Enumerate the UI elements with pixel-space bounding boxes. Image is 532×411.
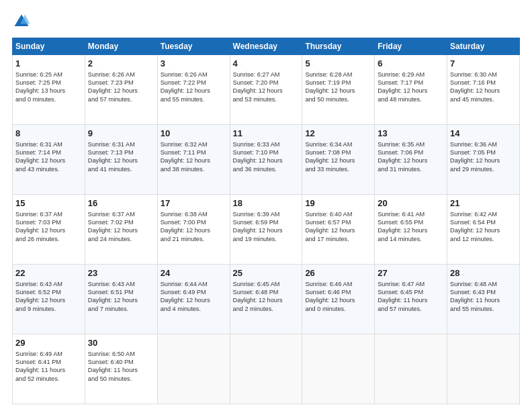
day-info: Sunrise: 6:37 AM Sunset: 7:03 PM Dayligh…	[15, 210, 82, 244]
day-info: Sunrise: 6:37 AM Sunset: 7:02 PM Dayligh…	[88, 210, 154, 244]
day-info: Sunrise: 6:42 AM Sunset: 6:54 PM Dayligh…	[450, 210, 517, 244]
calendar-week-2: 8Sunrise: 6:31 AM Sunset: 7:14 PM Daylig…	[13, 125, 520, 195]
calendar-cell: 26Sunrise: 6:46 AM Sunset: 6:46 PM Dayli…	[302, 265, 375, 334]
calendar-cell: 3Sunrise: 6:26 AM Sunset: 7:22 PM Daylig…	[157, 55, 230, 125]
day-number: 24	[161, 267, 227, 279]
calendar-cell	[157, 334, 230, 404]
calendar-week-3: 15Sunrise: 6:37 AM Sunset: 7:03 PM Dayli…	[13, 195, 520, 265]
calendar-cell: 27Sunrise: 6:47 AM Sunset: 6:45 PM Dayli…	[375, 265, 447, 334]
calendar-cell: 20Sunrise: 6:41 AM Sunset: 6:55 PM Dayli…	[375, 195, 447, 265]
day-info: Sunrise: 6:31 AM Sunset: 7:14 PM Dayligh…	[15, 140, 82, 174]
calendar-cell	[375, 334, 447, 404]
day-number: 28	[450, 267, 517, 279]
calendar-cell: 21Sunrise: 6:42 AM Sunset: 6:54 PM Dayli…	[447, 195, 520, 265]
calendar-cell: 24Sunrise: 6:44 AM Sunset: 6:49 PM Dayli…	[157, 265, 230, 334]
day-info: Sunrise: 6:30 AM Sunset: 7:16 PM Dayligh…	[450, 71, 517, 104]
day-info: Sunrise: 6:35 AM Sunset: 7:06 PM Dayligh…	[378, 140, 444, 174]
day-number: 25	[233, 267, 300, 279]
calendar-cell: 11Sunrise: 6:33 AM Sunset: 7:10 PM Dayli…	[230, 125, 302, 195]
calendar-cell: 18Sunrise: 6:39 AM Sunset: 6:59 PM Dayli…	[230, 195, 302, 265]
calendar-cell: 2Sunrise: 6:26 AM Sunset: 7:23 PM Daylig…	[85, 55, 157, 125]
calendar-table: SundayMondayTuesdayWednesdayThursdayFrid…	[12, 38, 520, 404]
calendar-cell: 14Sunrise: 6:36 AM Sunset: 7:05 PM Dayli…	[447, 125, 520, 195]
day-number: 11	[233, 128, 300, 140]
day-number: 29	[15, 337, 82, 349]
day-number: 2	[88, 58, 154, 70]
day-number: 5	[305, 58, 371, 70]
day-number: 26	[305, 267, 371, 279]
day-info: Sunrise: 6:25 AM Sunset: 7:25 PM Dayligh…	[15, 71, 82, 104]
calendar-cell: 15Sunrise: 6:37 AM Sunset: 7:03 PM Dayli…	[13, 195, 85, 265]
col-header-wednesday: Wednesday	[230, 38, 302, 55]
day-info: Sunrise: 6:40 AM Sunset: 6:57 PM Dayligh…	[305, 210, 371, 244]
day-number: 18	[233, 197, 300, 210]
calendar-week-1: 1Sunrise: 6:25 AM Sunset: 7:25 PM Daylig…	[13, 55, 520, 125]
logo-icon	[12, 12, 31, 31]
day-info: Sunrise: 6:41 AM Sunset: 6:55 PM Dayligh…	[378, 210, 444, 244]
day-info: Sunrise: 6:50 AM Sunset: 6:40 PM Dayligh…	[88, 350, 154, 383]
day-info: Sunrise: 6:26 AM Sunset: 7:23 PM Dayligh…	[88, 71, 154, 104]
calendar-cell: 5Sunrise: 6:28 AM Sunset: 7:19 PM Daylig…	[302, 55, 375, 125]
col-header-thursday: Thursday	[302, 38, 375, 55]
header	[12, 12, 520, 31]
day-info: Sunrise: 6:43 AM Sunset: 6:52 PM Dayligh…	[15, 280, 82, 314]
calendar-cell	[230, 334, 302, 404]
day-info: Sunrise: 6:47 AM Sunset: 6:45 PM Dayligh…	[378, 280, 444, 314]
day-number: 13	[378, 128, 444, 140]
day-number: 14	[450, 128, 517, 140]
day-info: Sunrise: 6:43 AM Sunset: 6:51 PM Dayligh…	[88, 280, 154, 314]
calendar-cell: 6Sunrise: 6:29 AM Sunset: 7:17 PM Daylig…	[375, 55, 447, 125]
calendar-cell: 13Sunrise: 6:35 AM Sunset: 7:06 PM Dayli…	[375, 125, 447, 195]
day-number: 4	[233, 58, 300, 70]
col-header-tuesday: Tuesday	[157, 38, 230, 55]
day-info: Sunrise: 6:31 AM Sunset: 7:13 PM Dayligh…	[88, 140, 154, 174]
day-number: 30	[88, 337, 154, 349]
calendar-week-4: 22Sunrise: 6:43 AM Sunset: 6:52 PM Dayli…	[13, 265, 520, 334]
day-info: Sunrise: 6:48 AM Sunset: 6:43 PM Dayligh…	[450, 280, 517, 314]
calendar-cell: 12Sunrise: 6:34 AM Sunset: 7:08 PM Dayli…	[302, 125, 375, 195]
day-info: Sunrise: 6:29 AM Sunset: 7:17 PM Dayligh…	[378, 71, 444, 104]
calendar-cell: 23Sunrise: 6:43 AM Sunset: 6:51 PM Dayli…	[85, 265, 157, 334]
day-info: Sunrise: 6:45 AM Sunset: 6:48 PM Dayligh…	[233, 280, 300, 314]
day-info: Sunrise: 6:49 AM Sunset: 6:41 PM Dayligh…	[15, 350, 82, 383]
day-info: Sunrise: 6:44 AM Sunset: 6:49 PM Dayligh…	[161, 280, 227, 314]
day-number: 16	[88, 197, 154, 210]
day-number: 19	[305, 197, 371, 210]
calendar-cell: 25Sunrise: 6:45 AM Sunset: 6:48 PM Dayli…	[230, 265, 302, 334]
calendar-week-5: 29Sunrise: 6:49 AM Sunset: 6:41 PM Dayli…	[13, 334, 520, 404]
calendar-cell: 29Sunrise: 6:49 AM Sunset: 6:41 PM Dayli…	[13, 334, 85, 404]
day-info: Sunrise: 6:28 AM Sunset: 7:19 PM Dayligh…	[305, 71, 371, 104]
page: SundayMondayTuesdayWednesdayThursdayFrid…	[0, 0, 532, 411]
calendar-cell: 9Sunrise: 6:31 AM Sunset: 7:13 PM Daylig…	[85, 125, 157, 195]
day-number: 23	[88, 267, 154, 279]
day-info: Sunrise: 6:32 AM Sunset: 7:11 PM Dayligh…	[161, 140, 227, 174]
day-number: 27	[378, 267, 444, 279]
day-number: 6	[378, 58, 444, 70]
day-number: 9	[88, 128, 154, 140]
day-info: Sunrise: 6:27 AM Sunset: 7:20 PM Dayligh…	[233, 71, 300, 104]
day-info: Sunrise: 6:46 AM Sunset: 6:46 PM Dayligh…	[305, 280, 371, 314]
day-number: 17	[161, 197, 227, 210]
calendar-cell: 28Sunrise: 6:48 AM Sunset: 6:43 PM Dayli…	[447, 265, 520, 334]
day-number: 12	[305, 128, 371, 140]
day-number: 21	[450, 197, 517, 210]
day-number: 20	[378, 197, 444, 210]
day-info: Sunrise: 6:38 AM Sunset: 7:00 PM Dayligh…	[161, 210, 227, 244]
col-header-friday: Friday	[375, 38, 447, 55]
calendar-cell: 30Sunrise: 6:50 AM Sunset: 6:40 PM Dayli…	[85, 334, 157, 404]
calendar-cell	[302, 334, 375, 404]
calendar-cell	[447, 334, 520, 404]
day-number: 15	[15, 197, 82, 210]
day-info: Sunrise: 6:34 AM Sunset: 7:08 PM Dayligh…	[305, 140, 371, 174]
calendar-cell: 17Sunrise: 6:38 AM Sunset: 7:00 PM Dayli…	[157, 195, 230, 265]
day-number: 3	[161, 58, 227, 70]
day-info: Sunrise: 6:33 AM Sunset: 7:10 PM Dayligh…	[233, 140, 300, 174]
calendar-cell: 1Sunrise: 6:25 AM Sunset: 7:25 PM Daylig…	[13, 55, 85, 125]
calendar-header-row: SundayMondayTuesdayWednesdayThursdayFrid…	[13, 38, 520, 55]
calendar-cell: 8Sunrise: 6:31 AM Sunset: 7:14 PM Daylig…	[13, 125, 85, 195]
col-header-saturday: Saturday	[447, 38, 520, 55]
calendar-cell: 4Sunrise: 6:27 AM Sunset: 7:20 PM Daylig…	[230, 55, 302, 125]
day-info: Sunrise: 6:39 AM Sunset: 6:59 PM Dayligh…	[233, 210, 300, 244]
calendar-cell: 16Sunrise: 6:37 AM Sunset: 7:02 PM Dayli…	[85, 195, 157, 265]
calendar-cell: 22Sunrise: 6:43 AM Sunset: 6:52 PM Dayli…	[13, 265, 85, 334]
